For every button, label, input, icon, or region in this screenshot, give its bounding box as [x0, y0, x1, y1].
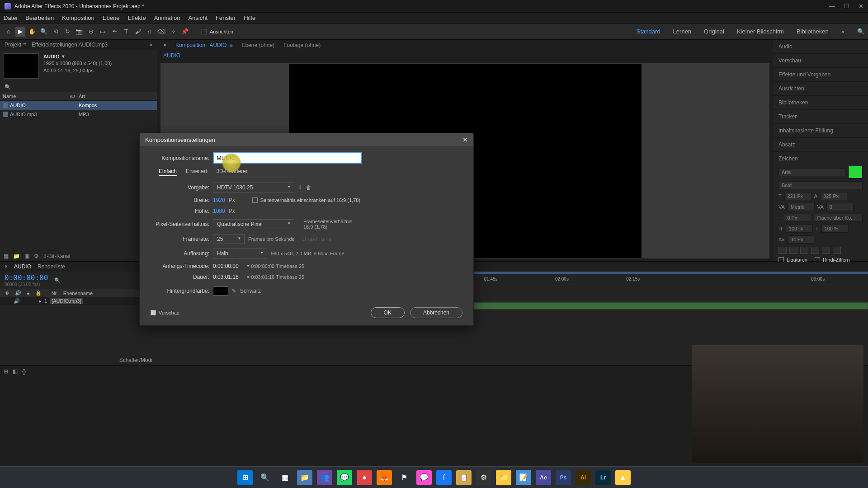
- panel-character-title[interactable]: Zeichen: [778, 155, 863, 162]
- panel-paragraph[interactable]: Absatz: [773, 138, 868, 152]
- panel-libraries[interactable]: Bibliotheken: [773, 96, 868, 110]
- pen-tool-icon[interactable]: ✒: [109, 27, 119, 37]
- whatsapp-icon[interactable]: 💬: [337, 470, 352, 485]
- search-taskbar-icon[interactable]: 🔍: [257, 470, 273, 485]
- hscale-field[interactable]: 100 %: [821, 225, 849, 233]
- current-timecode[interactable]: 0:00:00:00: [5, 273, 48, 282]
- panel-align[interactable]: Ausrichten: [773, 82, 868, 96]
- save-preset-icon[interactable]: ⬇: [298, 184, 302, 191]
- taskview-icon[interactable]: ▦: [277, 470, 292, 485]
- superscript-icon[interactable]: [822, 247, 830, 254]
- lightroom-icon[interactable]: Lr: [595, 470, 611, 485]
- timeline-tab-close-icon[interactable]: ×: [5, 263, 8, 270]
- leading-field[interactable]: 325 Px: [820, 192, 847, 200]
- help-search[interactable]: 🔍: [857, 28, 864, 35]
- subscript-icon[interactable]: [833, 247, 841, 254]
- status-icon-2[interactable]: ◧: [13, 368, 18, 375]
- switches-label[interactable]: Schalter/Modi: [119, 357, 152, 363]
- column-name[interactable]: Name: [3, 94, 70, 99]
- font-family-select[interactable]: Arial: [778, 168, 845, 176]
- lock-toggle-icon[interactable]: 🔒: [35, 290, 42, 296]
- layer-audio-icon[interactable]: 🔊: [14, 298, 20, 304]
- teams-icon[interactable]: 👥: [317, 470, 332, 485]
- layer-tab[interactable]: Ebene (ohne): [241, 42, 274, 48]
- brush-tool-icon[interactable]: 🖌: [133, 27, 143, 37]
- layer-row-1[interactable]: 🔊 ▸ 1 [AUDIO.mp3]: [0, 297, 157, 305]
- allcaps-icon[interactable]: [800, 247, 808, 254]
- layer-name[interactable]: [AUDIO.mp3]: [50, 298, 83, 304]
- after-effects-icon[interactable]: Ae: [536, 470, 551, 485]
- minimize-icon[interactable]: —: [829, 3, 835, 9]
- column-tag-icon[interactable]: 🏷: [70, 94, 79, 99]
- eyedropper-icon[interactable]: ✎: [232, 288, 236, 294]
- comp-name-input[interactable]: [213, 152, 362, 164]
- file-explorer-icon[interactable]: 📁: [496, 470, 511, 485]
- panel-content-aware[interactable]: Inhaltsbasierte Füllung: [773, 124, 868, 138]
- type-tool-icon[interactable]: T: [121, 27, 131, 37]
- solo-toggle-icon[interactable]: ●: [27, 291, 30, 296]
- faux-bold-icon[interactable]: [778, 247, 787, 254]
- comp-tab-close-icon[interactable]: ×: [163, 42, 166, 48]
- menu-file[interactable]: Datei: [4, 14, 17, 21]
- start-icon[interactable]: ⊞: [237, 470, 253, 485]
- fill-over-select[interactable]: Fläche über Ko...: [814, 214, 863, 222]
- home-icon[interactable]: ⌂: [4, 27, 14, 37]
- menu-view[interactable]: Ansicht: [188, 14, 208, 21]
- panel-tracker[interactable]: Tracker: [773, 110, 868, 124]
- tracking-field[interactable]: 0: [826, 203, 854, 211]
- menu-animation[interactable]: Animation: [154, 14, 180, 21]
- timeline-search-icon[interactable]: 🔍: [54, 277, 61, 283]
- vscale-field[interactable]: 100 %: [786, 225, 813, 233]
- project-row-audio-mp3[interactable]: AUDIO.mp3 MP3: [0, 110, 157, 119]
- effect-controls-tab[interactable]: Effekteinstellungen AUDIO.mp3: [32, 42, 108, 48]
- workspace-small[interactable]: Kleiner Bildschirm: [737, 28, 784, 35]
- faux-italic-icon[interactable]: [789, 247, 797, 254]
- audio-toggle-icon[interactable]: 🔊: [15, 290, 21, 296]
- composition-thumbnail[interactable]: [4, 53, 39, 79]
- timeline-tab-render[interactable]: Renderliste: [38, 263, 65, 270]
- maximize-icon[interactable]: ☐: [844, 3, 849, 9]
- obs-icon[interactable]: ⚙: [476, 470, 491, 485]
- ok-button[interactable]: OK: [371, 307, 405, 318]
- height-field[interactable]: 1080: [213, 208, 225, 214]
- menu-help[interactable]: Hilfe: [244, 14, 255, 21]
- stroke-field[interactable]: 0 Px: [784, 214, 811, 222]
- panel-more-icon[interactable]: »: [149, 42, 152, 48]
- snap-checkbox[interactable]: [202, 29, 207, 34]
- new-comp-icon[interactable]: ▣: [24, 253, 29, 259]
- column-type[interactable]: Art: [79, 94, 85, 99]
- project-row-audio-comp[interactable]: AUDIO Kompos: [0, 101, 157, 110]
- project-tab[interactable]: Projekt ≡: [5, 42, 26, 48]
- messenger-icon[interactable]: 💬: [416, 470, 432, 485]
- workspace-libraries[interactable]: Bibliotheken: [797, 28, 829, 35]
- resolution-select[interactable]: Halb▾: [213, 249, 267, 258]
- framerate-select[interactable]: 25▾: [213, 234, 245, 244]
- baseline-shift-field[interactable]: 34 Px: [787, 235, 814, 244]
- menu-edit[interactable]: Bearbeiten: [25, 14, 54, 21]
- chevron-down-icon[interactable]: ▼: [61, 54, 65, 60]
- interpret-icon[interactable]: ▦: [4, 253, 9, 259]
- firefox-icon[interactable]: 🦊: [377, 470, 392, 485]
- photoshop-icon[interactable]: Ps: [556, 470, 571, 485]
- close-icon[interactable]: ✕: [859, 3, 863, 9]
- panel-audio[interactable]: Audio: [773, 40, 868, 54]
- hand-tool-icon[interactable]: ✋: [27, 27, 37, 37]
- timeline-tab-audio[interactable]: AUDIO: [14, 263, 31, 270]
- cancel-button[interactable]: Abbrechen: [410, 307, 462, 318]
- text-fill-color[interactable]: [848, 166, 863, 178]
- orbit-tool-icon[interactable]: ⟲: [51, 27, 61, 37]
- new-folder-icon[interactable]: 📁: [13, 253, 20, 259]
- explorer-icon[interactable]: 📁: [297, 470, 312, 485]
- menu-layer[interactable]: Ebene: [103, 14, 120, 21]
- eye-toggle-icon[interactable]: 👁: [5, 291, 9, 296]
- camera-tool-icon[interactable]: 📷: [74, 27, 84, 37]
- duration-field[interactable]: 0:03:01:16: [213, 274, 239, 280]
- composition-breadcrumb[interactable]: AUDIO: [157, 51, 773, 61]
- stamp-tool-icon[interactable]: ⎌: [145, 27, 155, 37]
- tab-3d-renderer[interactable]: 3D-Renderer: [216, 168, 247, 176]
- lock-aspect-checkbox[interactable]: [252, 197, 258, 203]
- pan-behind-icon[interactable]: ⊕: [86, 27, 96, 37]
- status-icon-1[interactable]: ⊞: [4, 368, 8, 375]
- smallcaps-icon[interactable]: [811, 247, 819, 254]
- menu-composition[interactable]: Komposition: [62, 14, 94, 21]
